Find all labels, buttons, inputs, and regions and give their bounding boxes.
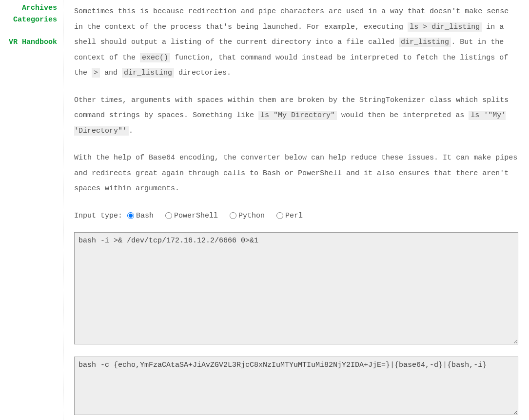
radio-powershell-label[interactable]: PowerShell [165, 208, 218, 224]
sidebar-item-archives[interactable]: Archives [0, 2, 57, 14]
code-ls-my-directory: ls "My Directory" [258, 111, 337, 120]
code-dir-listing-2: dir_listing [122, 68, 174, 78]
command-input-textarea[interactable] [74, 232, 518, 344]
radio-perl-label[interactable]: Perl [276, 208, 303, 224]
code-ls-redirect: ls > dir_listing [408, 22, 482, 32]
code-exec: exec() [140, 53, 170, 62]
radio-python-label[interactable]: Python [230, 208, 265, 224]
radio-bash[interactable] [127, 212, 134, 219]
radio-perl[interactable] [276, 212, 283, 219]
paragraph-3: With the help of Base64 encoding, the co… [74, 150, 518, 197]
command-output-textarea[interactable] [74, 357, 518, 415]
sidebar: Archives Categories VR Handbook [0, 0, 63, 420]
code-gt: > [92, 68, 100, 78]
input-type-label: Input type: [74, 208, 122, 224]
radio-bash-label[interactable]: Bash [127, 208, 154, 224]
sidebar-item-categories[interactable]: Categories [0, 14, 57, 26]
code-dir-listing: dir_listing [399, 38, 451, 47]
radio-python[interactable] [230, 212, 236, 219]
main-content: Sometimes this is because redirection an… [63, 0, 529, 420]
paragraph-1: Sometimes this is because redirection an… [74, 4, 518, 81]
paragraph-2: Other times, arguments with spaces withi… [74, 93, 518, 139]
sidebar-item-vr-handbook[interactable]: VR Handbook [0, 37, 57, 48]
input-type-row: Input type: Bash PowerShell Python Perl [74, 208, 518, 224]
radio-powershell[interactable] [165, 212, 172, 219]
